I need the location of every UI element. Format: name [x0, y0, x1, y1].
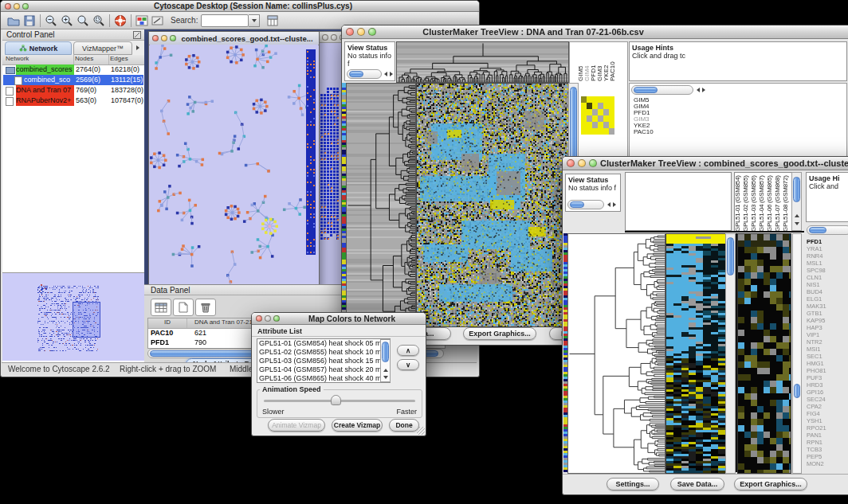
gene-name[interactable]: PHO81 [807, 367, 848, 374]
attribute-item[interactable]: GPL51-03 (GSM856) heat shock 15 min [257, 357, 390, 365]
matrix-cell[interactable] [581, 103, 587, 109]
matrix-cell[interactable] [598, 122, 603, 128]
tv1-top-dendrogram[interactable] [396, 41, 569, 83]
gene-name[interactable]: PEP5 [807, 453, 848, 460]
matrix-cell[interactable] [587, 96, 592, 103]
network-row[interactable]: DNA and Tran 07 769(0) 183728(0) [3, 85, 143, 96]
gene-name[interactable]: KAP95 [807, 317, 848, 324]
matrix-cell[interactable] [587, 115, 592, 122]
move-up-button[interactable]: ∧ [397, 345, 419, 356]
matrix-cell[interactable] [609, 115, 614, 122]
tv2-settings-button[interactable]: Settings... [607, 478, 659, 490]
tv1-correlation-matrix[interactable] [581, 96, 614, 135]
array-label[interactable]: GPL51-06 (GSM865) [767, 173, 775, 232]
gene-name[interactable]: MSI1 [807, 346, 848, 353]
gene-name[interactable]: RPN1 [807, 439, 848, 446]
gene-name[interactable]: PAC10 [634, 129, 654, 135]
matrix-cell[interactable] [598, 115, 603, 122]
tv1-gene-hscrollbar[interactable] [631, 85, 693, 95]
array-label[interactable]: GPL51-07 (GSM868) [775, 173, 783, 232]
tv2-heatmap[interactable] [665, 233, 726, 474]
create-vizmap-button[interactable]: Create Vizmap [332, 419, 383, 432]
close-button[interactable] [152, 35, 159, 41]
dialog-titlebar[interactable]: Map Colors to Network [252, 313, 426, 325]
matrix-cell[interactable] [603, 128, 609, 135]
matrix-cell[interactable] [592, 128, 598, 135]
array-label[interactable]: GPL51-04 (GSM857) [759, 173, 767, 232]
close-button[interactable] [5, 3, 11, 10]
gene-name[interactable]: VIP1 [807, 331, 848, 338]
gene-name[interactable]: TCB3 [807, 446, 848, 453]
tv2-top-dendrogram-area[interactable] [625, 172, 732, 231]
matrix-cell[interactable] [581, 128, 587, 135]
zoom-window-button[interactable] [368, 28, 376, 36]
matrix-cell[interactable] [598, 96, 603, 103]
gene-name[interactable]: NIS1 [807, 281, 848, 288]
scrollbar-thumb[interactable] [809, 227, 826, 233]
float-panel-icon[interactable] [133, 31, 141, 39]
tv1-export-graphics-button[interactable]: Export Graphics... [463, 327, 536, 340]
import-table-button[interactable] [265, 14, 281, 28]
matrix-cell[interactable] [581, 96, 587, 103]
scrollbar-thumb[interactable] [570, 87, 577, 162]
tv2-heatmap-vscrollbar[interactable] [725, 233, 736, 474]
array-label[interactable]: GPL51-08 (GSM872) [783, 173, 791, 232]
matrix-cell[interactable] [603, 115, 609, 122]
close-button[interactable] [567, 159, 575, 167]
array-label[interactable]: PAC10 [610, 42, 616, 81]
matrix-cell[interactable] [603, 109, 609, 115]
array-label[interactable]: GIM5 [578, 42, 584, 81]
attribute-item[interactable]: GPL51-01 (GSM854) heat shock 05 min [257, 339, 390, 348]
attribute-item[interactable]: GPL51-04 (GSM857) heat shock 20 min [257, 365, 390, 374]
close-button[interactable] [322, 34, 328, 41]
network-canvas[interactable] [150, 45, 318, 291]
matrix-cell[interactable] [609, 109, 614, 115]
zoom-in-button[interactable] [59, 14, 75, 28]
network-row-selected[interactable]: combined_sco 2569(6) 13112(15) [3, 75, 143, 85]
scrollbar-thumb[interactable] [794, 384, 800, 398]
tab-network[interactable]: Network [5, 41, 72, 55]
dense-network-canvas[interactable] [320, 43, 340, 288]
gene-name[interactable]: MAK31 [807, 303, 848, 310]
zoom-window-button[interactable] [170, 35, 176, 41]
matrix-cell[interactable] [587, 109, 592, 115]
matrix-cell[interactable] [592, 109, 598, 115]
matrix-cell[interactable] [581, 115, 587, 122]
birdseye-view[interactable] [2, 272, 144, 361]
gene-name[interactable]: MSL1 [807, 260, 848, 267]
gene-name[interactable]: FIG4 [807, 410, 848, 417]
minimize-button[interactable] [161, 35, 167, 41]
treeview2-titlebar[interactable]: ClusterMaker TreeView : combined_scores_… [563, 157, 848, 170]
scrollbar-thumb[interactable] [727, 237, 734, 275]
tv1-left-dendrogram[interactable] [346, 83, 416, 327]
search-input[interactable] [201, 14, 249, 27]
gene-name[interactable]: BUD4 [807, 288, 848, 295]
gene-name[interactable]: HMG1 [807, 360, 848, 367]
attribute-list-vscrollbar[interactable] [380, 339, 391, 382]
tv2-export-graphics-button[interactable]: Export Graphics... [734, 478, 807, 490]
scroll-left-arrow-icon[interactable] [697, 88, 700, 92]
save-session-button[interactable] [22, 14, 37, 28]
move-down-button[interactable]: ∨ [397, 359, 419, 370]
matrix-cell[interactable] [581, 109, 587, 115]
array-label[interactable]: GIM3 [597, 42, 603, 81]
minimize-button[interactable] [14, 3, 20, 10]
zoom-window-button[interactable] [589, 159, 597, 167]
annotation-button[interactable] [150, 14, 166, 28]
gene-name[interactable]: PAN1 [807, 432, 848, 439]
help-button[interactable] [112, 14, 128, 28]
gene-name[interactable]: CLN1 [807, 274, 848, 281]
tv2-left-dendrogram[interactable] [567, 233, 665, 474]
tv1-status-scrollbar[interactable] [347, 69, 382, 79]
gene-name[interactable]: SEC1 [807, 353, 848, 360]
tv2-summary-vscrollbar[interactable] [792, 233, 802, 474]
zoom-fit-button[interactable] [75, 14, 91, 28]
scrollbar-thumb[interactable] [634, 87, 658, 93]
matrix-cell[interactable] [603, 96, 609, 103]
scroll-right-arrow-icon[interactable] [702, 88, 705, 92]
gene-name[interactable]: MON2 [807, 460, 848, 467]
array-label[interactable]: PFD1 [591, 42, 597, 81]
array-label[interactable]: YKE2 [603, 42, 610, 81]
gene-name[interactable]: GPI16 [807, 389, 848, 396]
gene-name[interactable]: RPO21 [807, 424, 848, 432]
